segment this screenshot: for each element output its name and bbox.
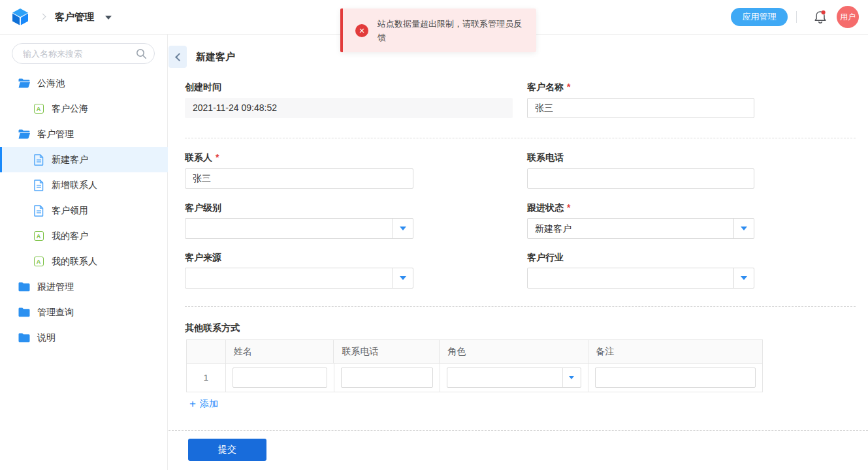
select-value (447, 368, 562, 387)
sidebar-item-label: 管理查询 (37, 307, 74, 319)
folder-icon (18, 332, 30, 344)
user-avatar[interactable]: 用户 (837, 6, 859, 28)
required-marker: * (567, 202, 570, 213)
sidebar-item-label: 新建客户 (52, 154, 88, 166)
select-value (528, 268, 733, 288)
sidebar-item-public-pool[interactable]: 公海池 (0, 70, 168, 96)
contact-input[interactable] (185, 168, 413, 189)
plus-icon: + (189, 398, 196, 411)
sidebar-item-customer-management[interactable]: 客户管理 (0, 121, 168, 147)
sidebar-item-label: 我的客户 (52, 230, 88, 242)
sidebar-search (12, 43, 155, 64)
created-time-label: 创建时间 (185, 82, 221, 93)
customer-name-label: 客户名称* (527, 82, 570, 93)
app-manage-button[interactable]: 应用管理 (731, 8, 788, 26)
row-phone-input[interactable] (341, 368, 433, 388)
other-contacts-table: 姓名 联系电话 角色 备注 1 (186, 339, 763, 392)
sidebar-item-label: 说明 (37, 332, 56, 344)
folder-icon (18, 307, 30, 319)
dropdown-arrow-button[interactable] (733, 268, 754, 288)
document-icon (33, 205, 44, 217)
table-header-index (187, 340, 226, 363)
customer-industry-select[interactable] (527, 268, 754, 289)
app-logo-cube-icon[interactable] (10, 7, 30, 27)
toast-accent-bar (340, 8, 343, 52)
folder-open-icon (18, 78, 30, 89)
sidebar-item-customer-public-sea[interactable]: A 客户公海 (0, 96, 168, 121)
row-name-cell (226, 364, 334, 392)
row-name-input[interactable] (233, 368, 327, 388)
phone-input[interactable] (527, 168, 754, 189)
caret-down-icon (741, 227, 747, 230)
footer-divider (169, 430, 868, 431)
required-marker: * (567, 82, 570, 92)
tag-a-icon: A (33, 256, 44, 268)
sidebar-item-my-customers[interactable]: A 我的客户 (0, 223, 168, 249)
toast-message: 站点数据量超出限制，请联系管理员反馈 (378, 17, 526, 44)
header-divider (796, 11, 797, 23)
error-toast: ✕ 站点数据量超出限制，请联系管理员反馈 (340, 8, 536, 52)
folder-open-icon (18, 129, 30, 140)
row-index: 1 (187, 364, 226, 392)
customer-industry-label: 客户行业 (527, 252, 564, 264)
dropdown-arrow-button[interactable] (733, 219, 754, 238)
sidebar-item-label: 公海池 (37, 78, 65, 89)
row-role-select[interactable] (447, 368, 581, 388)
table-header-name: 姓名 (226, 340, 334, 363)
other-contacts-section-title: 其他联系方式 (185, 322, 240, 334)
follow-status-select[interactable]: 新建客户 (527, 218, 754, 239)
breadcrumb-chevron-icon (40, 14, 46, 20)
search-icon[interactable] (136, 48, 147, 59)
dropdown-arrow-button[interactable] (393, 219, 413, 238)
required-marker: * (216, 152, 219, 163)
error-icon: ✕ (355, 24, 368, 37)
follow-status-label: 跟进状态* (527, 202, 570, 214)
sidebar-item-new-contact[interactable]: 新增联系人 (0, 172, 168, 198)
caret-down-icon (741, 276, 747, 280)
document-icon (33, 154, 44, 166)
submit-button[interactable]: 提交 (188, 439, 266, 461)
sidebar-item-followup-management[interactable]: 跟进管理 (0, 274, 168, 300)
breadcrumb-caret-down-icon[interactable] (105, 16, 112, 20)
row-phone-cell (334, 364, 440, 392)
caret-down-icon (400, 276, 406, 280)
table-header-row: 姓名 联系电话 角色 备注 (187, 340, 762, 364)
add-row-button[interactable]: + 添加 (189, 398, 218, 411)
sidebar-item-label: 客户领用 (52, 205, 88, 217)
sidebar-item-customer-claim[interactable]: 客户领用 (0, 198, 168, 223)
sidebar-item-management-query[interactable]: 管理查询 (0, 300, 168, 325)
notification-bell-icon[interactable] (813, 9, 828, 25)
customer-source-select[interactable] (185, 268, 413, 289)
customer-source-label: 客户来源 (185, 252, 221, 264)
back-button[interactable] (169, 46, 187, 68)
document-icon (33, 180, 44, 191)
table-row: 1 (187, 364, 762, 392)
row-remark-input[interactable] (595, 368, 756, 388)
breadcrumb[interactable]: 客户管理 (55, 11, 94, 24)
folder-icon (18, 281, 30, 293)
select-value: 新建客户 (528, 219, 733, 238)
select-value (185, 268, 393, 288)
caret-down-icon (569, 376, 574, 379)
add-row-label: 添加 (200, 398, 218, 410)
dropdown-arrow-button[interactable] (562, 368, 581, 387)
sidebar-item-label: 跟进管理 (37, 281, 74, 293)
sidebar-item-my-contacts[interactable]: A 我的联系人 (0, 249, 168, 274)
section-divider (185, 138, 856, 138)
search-input[interactable] (23, 44, 131, 63)
created-time-field: 2021-11-24 09:48:52 (185, 98, 513, 118)
row-remark-cell (588, 364, 762, 392)
customer-name-input[interactable] (527, 98, 754, 118)
sidebar-tree: 公海池 A 客户公海 客户管理 新建客户 (0, 70, 168, 351)
dropdown-arrow-button[interactable] (393, 268, 413, 288)
customer-level-select[interactable] (185, 218, 413, 239)
sidebar-item-instructions[interactable]: 说明 (0, 325, 168, 351)
row-role-cell (440, 364, 588, 392)
page-title: 新建客户 (196, 51, 235, 63)
contact-label: 联系人* (185, 152, 219, 164)
sidebar-item-label: 客户公海 (52, 103, 88, 115)
sidebar: 公海池 A 客户公海 客户管理 新建客户 (0, 35, 168, 470)
sidebar-item-new-customer[interactable]: 新建客户 (0, 147, 168, 172)
chevron-left-icon (175, 53, 184, 61)
sidebar-item-label: 客户管理 (37, 129, 74, 140)
